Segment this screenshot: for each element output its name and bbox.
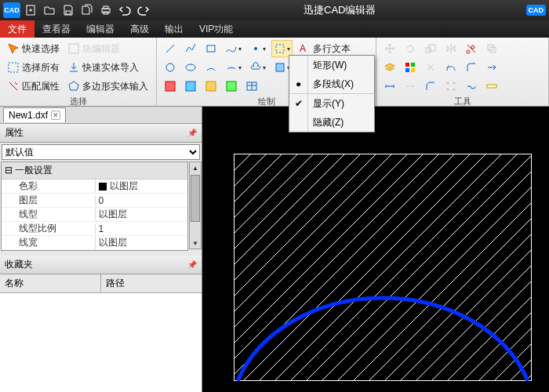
ribbon-group-tools: 工具 [376,38,549,106]
properties-tree: ⊟ 一般设置 色彩以图层 图层0 线型以图层 线型比例1 线宽以图层 [1,162,188,251]
ribbon: 快速选择 块编辑器 选择所有 快速实体导入 匹配属性 多边形实体输入 选择 [0,38,549,107]
wipeout-icon[interactable] [223,78,240,95]
match-properties-button[interactable]: 匹配属性 [5,78,62,95]
svg-rect-1 [66,11,71,14]
spline-icon[interactable] [223,40,244,57]
point-tool-icon[interactable] [247,40,268,57]
property-row-ltscale[interactable]: 线型比例1 [2,222,187,236]
line-icon[interactable] [162,40,179,57]
favorites-header: 收藏夹 📌 [0,256,202,274]
property-row-linetype[interactable]: 线型以图层 [2,208,187,222]
open-icon[interactable] [41,2,58,18]
tab-output[interactable]: 输出 [157,20,191,38]
svg-text:A: A [300,43,306,54]
ellipse-arc-icon[interactable] [223,59,244,76]
quick-select-button[interactable]: 快速选择 [5,40,62,57]
circle-icon[interactable] [162,59,179,76]
app-icon[interactable]: CAD [3,2,20,18]
move-icon [381,40,398,57]
menubar: 文件 查看器 编辑器 高级 输出 VIP功能 [0,20,549,38]
property-row-layer[interactable]: 图层0 [2,194,187,208]
tab-advanced[interactable]: 高级 [122,20,157,38]
svg-line-8 [166,45,174,53]
property-section[interactable]: ⊟ 一般设置 [2,162,187,180]
tab-viewer[interactable]: 查看器 [35,20,78,38]
svg-rect-30 [411,68,415,72]
pin-icon[interactable]: 📌 [187,260,197,269]
property-selector[interactable]: 默认值 [2,144,200,160]
new-icon[interactable] [22,2,39,18]
dropdown-item-hide[interactable]: 隐藏(Z) [289,113,374,132]
color-icon[interactable] [402,59,419,76]
solid-icon[interactable] [202,78,220,95]
array-icon [442,78,460,95]
measure-icon[interactable] [483,78,500,95]
svg-rect-16 [165,82,175,91]
svg-rect-11 [276,45,284,53]
hatch-icon[interactable] [162,78,179,95]
extend-icon[interactable] [483,59,500,76]
tab-file[interactable]: 文件 [0,20,35,38]
property-select-input[interactable]: 默认值 [2,144,200,160]
drawing-canvas[interactable] [202,107,549,392]
favorites-title: 收藏夹 [5,258,33,271]
dropdown-item-show[interactable]: ✔显示(Y) [289,94,374,113]
dropdown-item-rectangle[interactable]: 矩形(W) [289,56,374,74]
property-row-color[interactable]: 色彩以图层 [2,180,187,194]
svg-rect-15 [276,64,284,71]
boundary-dropdown: 矩形(W) ●多段线(X) ✔显示(Y) 隐藏(Z) [289,55,375,132]
properties-title: 属性 [5,126,24,140]
layer-icon[interactable] [381,59,398,76]
scale-icon [422,40,439,57]
favorites-col-name[interactable]: 名称 [0,274,101,292]
rotate-icon [402,40,419,57]
rectangle-icon[interactable] [202,40,220,57]
cad-badge-icon: CAD [526,5,547,16]
quick-entity-import-button[interactable]: 快速实体导入 [65,59,141,76]
mirror-icon [442,40,460,57]
svg-point-32 [453,82,456,85]
arc-icon[interactable] [202,59,220,76]
document-tab[interactable]: New1.dxf ✕ [3,107,66,122]
redo-icon[interactable] [135,2,152,18]
undo-icon[interactable] [116,2,133,18]
svg-point-33 [447,89,449,91]
chamfer-icon[interactable] [422,78,439,95]
svg-point-13 [166,64,174,71]
offset-icon[interactable] [442,59,460,76]
tab-vip[interactable]: VIP功能 [191,20,241,38]
document-tab-name: New1.dxf [9,110,48,121]
save-all-icon[interactable] [78,2,96,18]
fillet-icon[interactable] [463,59,480,76]
document-tabs: New1.dxf ✕ [0,107,202,124]
properties-header: 属性 📌 [0,124,202,143]
polygon-entity-input-button[interactable]: 多边形实体输入 [65,78,151,95]
svg-rect-29 [405,68,409,72]
join-icon[interactable] [463,78,480,95]
save-icon[interactable] [60,2,77,18]
block-editor-button: 块编辑器 [65,40,122,57]
gradient-icon[interactable] [182,78,199,95]
favorites-col-path[interactable]: 路径 [101,274,129,292]
favorites-body [0,293,202,392]
properties-scrollbar[interactable]: ▲▼ [189,162,202,249]
svg-rect-9 [207,45,215,52]
polyline-icon[interactable] [182,40,199,57]
property-row-lineweight[interactable]: 线宽以图层 [2,236,187,250]
tab-editor[interactable]: 编辑器 [78,20,122,38]
svg-point-31 [447,82,449,85]
close-tab-icon[interactable]: ✕ [51,111,60,120]
titlebar: CAD 迅捷CAD编辑器 CAD [0,0,549,20]
print-icon[interactable] [97,2,115,18]
cloud-icon[interactable] [247,59,268,76]
ellipse-icon[interactable] [182,59,199,76]
select-all-button[interactable]: 选择所有 [5,59,62,76]
table-icon[interactable] [243,78,260,95]
svg-rect-35 [487,85,496,88]
svg-point-34 [453,89,456,91]
left-panel: New1.dxf ✕ 属性 📌 默认值 ⊟ 一般设置 色彩以图层 图层0 线型以… [0,107,202,392]
trim-icon[interactable] [463,40,480,57]
dim-linear-icon[interactable] [381,78,398,95]
pin-icon[interactable]: 📌 [187,129,197,137]
dropdown-item-polyline[interactable]: ●多段线(X) [289,74,374,93]
